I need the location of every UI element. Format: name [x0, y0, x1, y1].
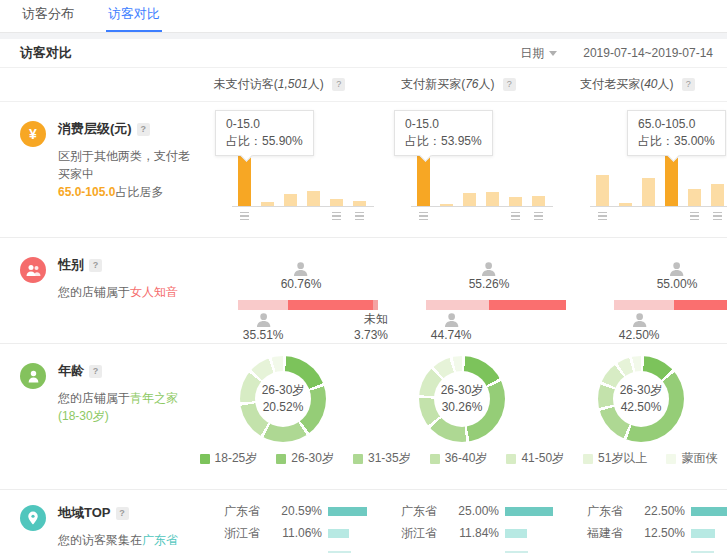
bar[interactable]: [596, 175, 609, 206]
province-name: 浙江省: [224, 525, 270, 542]
consume-bar-chart-unpaid[interactable]: 0-15.0 占比：55.90%: [190, 102, 369, 230]
region-row: 广东省22.50%: [587, 504, 727, 518]
help-icon[interactable]: ?: [503, 78, 516, 91]
help-icon[interactable]: ?: [332, 78, 345, 91]
chart-tooltip: 65.0-105.0 占比：35.00%: [627, 110, 726, 156]
location-pin-icon: [20, 505, 46, 531]
section-title: 年龄?: [58, 362, 190, 380]
province-name: 广东省: [224, 503, 270, 520]
legend-swatch: [200, 454, 210, 464]
section-description: 区别于其他两类，支付老买家中 65.0-105.0占比居多: [58, 147, 190, 201]
person-icon: [631, 313, 647, 327]
column-header-old-buyers: 支付老买家(40人) ?: [548, 76, 727, 93]
gender-chart-old-buyers[interactable]: 55.00% 42.50% 未知2.50%: [566, 238, 727, 343]
section-description: 您的店铺属于青年之家(18-30岁): [58, 389, 190, 425]
bar[interactable]: [307, 191, 320, 206]
province-percent: 22.50%: [633, 504, 685, 518]
legend-item[interactable]: 26-30岁: [276, 450, 334, 467]
axis-tick-label: [511, 212, 520, 221]
age-legend: 18-25岁26-30岁31-35岁36-40岁41-50岁51岁以上蒙面侠: [190, 450, 727, 467]
age-donut-cell-unpaid: 26-30岁 20.52%: [190, 344, 369, 442]
date-range-value[interactable]: 2019-07-14~2019-07-14: [583, 46, 713, 60]
section-title: 消费层级(元)?: [58, 120, 190, 138]
region-row: [587, 548, 727, 553]
province-bar: [505, 507, 553, 516]
legend-label: 51岁以上: [598, 450, 647, 467]
bar[interactable]: [642, 178, 655, 206]
card-header: 访客对比 日期 2019-07-14~2019-07-14: [0, 39, 727, 68]
province-percent: 25.00%: [447, 504, 499, 518]
help-icon[interactable]: ?: [137, 123, 150, 136]
column-headers: 未支付访客(1,501人) ? 支付新买家(76人) ? 支付老买家(40人) …: [0, 68, 727, 102]
section-description: 您的店铺属于女人知音: [58, 283, 178, 301]
age-donut-chart[interactable]: 26-30岁 20.52%: [240, 356, 326, 442]
age-donut-chart[interactable]: 26-30岁 42.50%: [598, 356, 684, 442]
legend-item[interactable]: 18-25岁: [200, 450, 258, 467]
region-list-old-buyers: 广东省22.50%福建省12.50%: [553, 490, 727, 553]
help-icon[interactable]: ?: [682, 78, 695, 91]
legend-item[interactable]: 41-50岁: [506, 450, 564, 467]
axis-tick-label: [598, 212, 607, 221]
province-bar: [328, 529, 349, 538]
axis-tick-label: [332, 212, 341, 221]
region-row: 浙江省11.84%: [401, 526, 553, 540]
chart-tooltip: 0-15.0 占比：53.95%: [394, 110, 493, 156]
province-name: 广东省: [401, 503, 447, 520]
axis-tick-label: [419, 212, 428, 221]
bar[interactable]: [509, 197, 522, 206]
legend-item[interactable]: 36-40岁: [430, 450, 488, 467]
legend-item[interactable]: 31-35岁: [353, 450, 411, 467]
legend-item[interactable]: 蒙面侠: [666, 450, 717, 467]
legend-label: 26-30岁: [291, 450, 334, 467]
province-bar: [691, 507, 727, 516]
person-icon: [669, 262, 685, 276]
legend-label: 18-25岁: [215, 450, 258, 467]
legend-swatch: [583, 454, 593, 464]
axis-tick-label: [355, 212, 364, 221]
province-bar: [505, 529, 527, 538]
person-icon: [255, 313, 271, 327]
help-icon[interactable]: ?: [89, 365, 102, 378]
legend-swatch: [353, 454, 363, 464]
bar[interactable]: [486, 192, 499, 206]
top-tab-bar: 访客分布 访客对比: [0, 0, 727, 33]
section-region-top: 地域TOP? 您的访客聚集在广东省 广东省20.59%浙江省11.06% 广东省…: [0, 490, 727, 553]
legend-swatch: [506, 454, 516, 464]
bar[interactable]: [532, 196, 545, 206]
consume-bar-chart-new-buyers[interactable]: 0-15.0 占比：53.95%: [369, 102, 548, 230]
help-icon[interactable]: ?: [116, 507, 129, 520]
gender-chart-unpaid[interactable]: 60.76% 35.51% 未知3.73%: [190, 238, 378, 343]
legend-label: 41-50岁: [521, 450, 564, 467]
bar[interactable]: [330, 199, 343, 206]
region-row: 广东省20.59%: [224, 504, 367, 518]
gender-chart-new-buyers[interactable]: 55.26% 44.74% 未知: [378, 238, 566, 343]
axis-tick-label: [713, 212, 722, 221]
bar[interactable]: [463, 193, 476, 206]
legend-item[interactable]: 51岁以上: [583, 450, 647, 467]
tab-visitor-distribution[interactable]: 访客分布: [20, 5, 76, 32]
axis-tick-label: [240, 212, 249, 221]
region-list-unpaid: 广东省20.59%浙江省11.06%: [190, 490, 367, 553]
bar[interactable]: [688, 189, 701, 206]
male-percent-label: 42.50%: [619, 313, 660, 343]
help-icon[interactable]: ?: [89, 259, 102, 272]
bar[interactable]: [284, 194, 297, 206]
legend-swatch: [276, 454, 286, 464]
consume-bar-chart-old-buyers[interactable]: 65.0-105.0 占比：35.00%: [548, 102, 727, 230]
region-row: 广东省25.00%: [401, 504, 553, 518]
donut-center-label: 26-30岁 30.26%: [419, 356, 505, 442]
province-percent: 20.59%: [270, 504, 322, 518]
section-gender: 性别? 您的店铺属于女人知音 60.76% 35.51% 未知3.73%: [0, 238, 727, 344]
region-row: 浙江省11.06%: [224, 526, 367, 540]
region-list-new-buyers: 广东省25.00%浙江省11.84%: [367, 490, 553, 553]
age-donut-chart[interactable]: 26-30岁 30.26%: [419, 356, 505, 442]
date-filter-dropdown[interactable]: 日期: [520, 45, 557, 62]
province-percent: 11.06%: [270, 526, 322, 540]
tab-visitor-compare[interactable]: 访客对比: [106, 5, 162, 32]
chevron-down-icon: [549, 51, 557, 56]
province-percent: 11.84%: [447, 526, 499, 540]
column-header-unpaid-visitors: 未支付访客(1,501人) ?: [190, 76, 369, 93]
male-percent-label: 35.51%: [243, 313, 284, 343]
bar[interactable]: [711, 184, 724, 206]
age-donut-cell-old-buyers: 26-30岁 42.50%: [548, 344, 727, 442]
